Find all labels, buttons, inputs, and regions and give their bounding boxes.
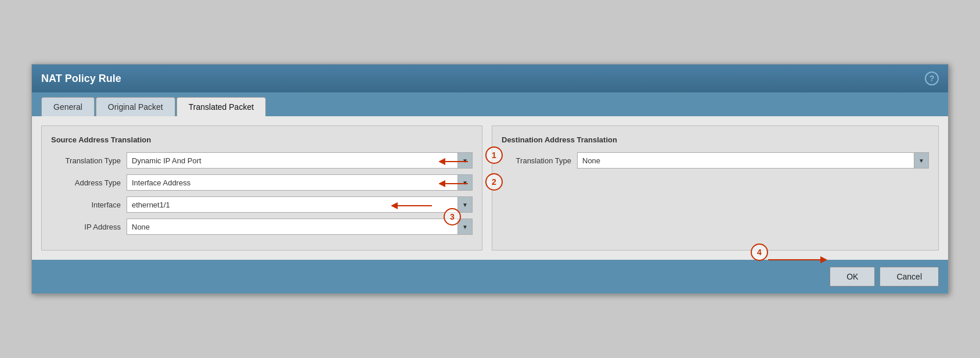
translation-type-control: Dynamic IP And Port Static IP None ▼: [127, 152, 473, 169]
translation-type-label: Translation Type: [51, 156, 127, 165]
interface-select[interactable]: ethernet1/1 ethernet1/2: [127, 196, 473, 213]
dest-translation-type-select[interactable]: None Static IP: [577, 152, 929, 169]
interface-control: ethernet1/1 ethernet1/2 ▼: [127, 196, 473, 213]
translation-type-row: Translation Type Dynamic IP And Port Sta…: [51, 152, 473, 169]
address-type-label: Address Type: [51, 178, 127, 187]
dest-translation-type-control: None Static IP ▼: [577, 152, 929, 169]
tab-translated-packet[interactable]: Translated Packet: [176, 97, 266, 116]
interface-row: Interface ethernet1/1 ethernet1/2 ▼: [51, 196, 473, 213]
ip-address-select[interactable]: None: [127, 219, 473, 235]
dest-section-title: Destination Address Translation: [502, 135, 929, 144]
cancel-button[interactable]: Cancel: [880, 267, 939, 287]
source-section-title: Source Address Translation: [51, 135, 473, 144]
dialog-body: Source Address Translation Translation T…: [32, 116, 948, 260]
interface-label: Interface: [51, 201, 127, 209]
dialog-footer: 4 OK Cancel: [32, 260, 948, 293]
dest-translation-type-row: Translation Type None Static IP ▼: [502, 152, 929, 169]
translation-type-select[interactable]: Dynamic IP And Port Static IP None: [127, 152, 473, 169]
tab-original-packet[interactable]: Original Packet: [96, 97, 175, 116]
destination-address-section: Destination Address Translation Translat…: [492, 126, 939, 250]
address-type-select[interactable]: Interface Address Translated Address: [127, 174, 473, 191]
tabs-bar: General Original Packet Translated Packe…: [32, 92, 948, 116]
annotation-2: 2: [485, 173, 503, 191]
dest-translation-type-label: Translation Type: [502, 156, 577, 165]
nat-policy-rule-dialog: NAT Policy Rule ? General Original Packe…: [31, 64, 949, 294]
annotation-3: 3: [444, 208, 461, 225]
address-type-row: Address Type Interface Address Translate…: [51, 174, 473, 191]
ip-address-control: None ▼: [127, 219, 473, 235]
tab-general[interactable]: General: [41, 97, 95, 116]
annotation-4: 4: [751, 244, 768, 261]
dialog-titlebar: NAT Policy Rule ?: [32, 65, 948, 92]
annotation-1: 1: [485, 146, 503, 164]
address-type-control: Interface Address Translated Address ▼: [127, 174, 473, 191]
ip-address-row: IP Address None ▼: [51, 219, 473, 235]
source-address-section: Source Address Translation Translation T…: [41, 126, 482, 250]
help-icon[interactable]: ?: [925, 71, 939, 85]
ok-button[interactable]: OK: [830, 267, 875, 287]
ip-address-label: IP Address: [51, 223, 127, 231]
dialog-title: NAT Policy Rule: [41, 73, 121, 85]
